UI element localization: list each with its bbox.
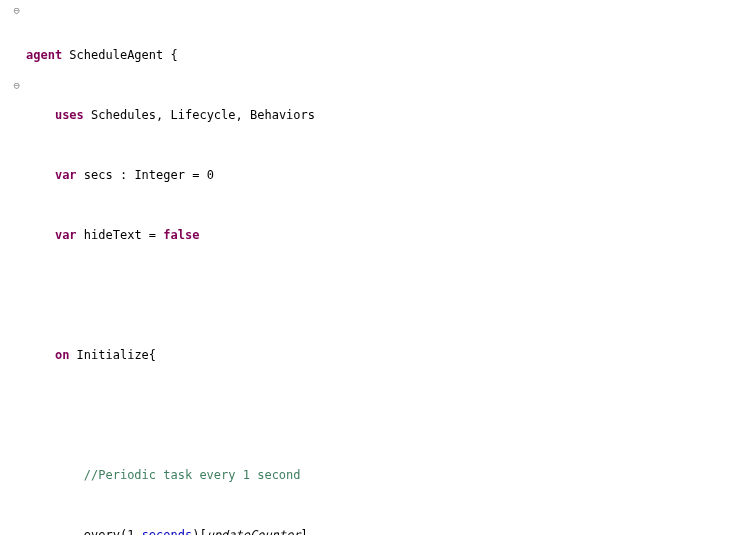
text: every <box>84 528 120 535</box>
code-editor: ⊖ ⊖ agent ScheduleAgent { uses Schedules… <box>0 0 731 535</box>
number: 1 <box>127 528 134 535</box>
text: ScheduleAgent { <box>62 48 178 62</box>
method: updateCounter <box>207 528 301 535</box>
fold-toggle-icon[interactable]: ⊖ <box>0 3 24 18</box>
keyword: uses <box>55 108 84 122</box>
comment: //Periodic task every 1 second <box>84 468 301 482</box>
keyword: false <box>163 228 199 242</box>
keyword: agent <box>26 48 62 62</box>
keyword: on <box>55 348 69 362</box>
text: Initialize{ <box>69 348 156 362</box>
text: hideText = <box>77 228 164 242</box>
gutter: ⊖ ⊖ <box>0 0 24 535</box>
field: seconds <box>142 528 193 535</box>
number: 0 <box>207 168 214 182</box>
keyword: var <box>55 168 77 182</box>
fold-toggle-icon[interactable]: ⊖ <box>0 78 24 93</box>
keyword: var <box>55 228 77 242</box>
text: secs : Integer = <box>77 168 207 182</box>
code-area[interactable]: agent ScheduleAgent { uses Schedules, Li… <box>24 0 626 535</box>
text: Schedules, Lifecycle, Behaviors <box>84 108 315 122</box>
